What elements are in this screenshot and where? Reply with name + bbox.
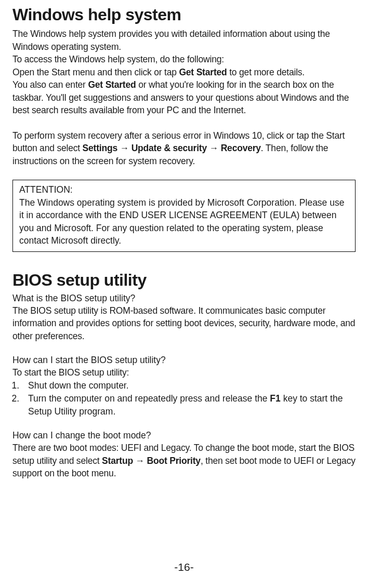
bold-text: Update & security (132, 143, 207, 153)
page-number: -16- (0, 561, 368, 573)
section-heading-bios: BIOS setup utility (12, 271, 356, 290)
attention-body: The Windows operating system is provided… (19, 196, 349, 247)
text: to get more details. (227, 67, 305, 77)
bold-text: Settings (83, 143, 117, 153)
ordered-list-start-bios: Shut down the computer. Turn the compute… (12, 379, 356, 418)
list-item: Turn the computer on and repeatedly pres… (22, 392, 356, 418)
paragraph-intro: The Windows help system provides you wit… (12, 28, 356, 117)
bold-text: Recovery (221, 143, 261, 153)
arrow: → (133, 456, 147, 466)
bold-text: Get Started (179, 67, 227, 77)
bold-text: F1 (270, 393, 280, 404)
paragraph-boot-mode: There are two boot modes: UEFI and Legac… (12, 442, 356, 480)
bold-text: Boot Priority (147, 456, 201, 466)
subheading-boot-mode: How can I change the boot mode? (12, 430, 356, 441)
list-item: Shut down the computer. (22, 379, 356, 392)
text: To access the Windows help system, do th… (12, 54, 224, 64)
arrow: → (207, 143, 221, 153)
paragraph-start-intro: To start the BIOS setup utility: (12, 366, 356, 379)
text: Open the Start menu and then click or ta… (12, 67, 179, 77)
text: Shut down the computer. (28, 380, 129, 391)
text: Turn the computer on and repeatedly pres… (28, 393, 270, 404)
paragraph-recovery: To perform system recovery after a serio… (12, 129, 356, 168)
text: You also can enter (12, 79, 88, 90)
bold-text: Startup (102, 456, 133, 466)
attention-box: ATTENTION: The Windows operating system … (12, 180, 356, 252)
arrow: → (117, 143, 132, 153)
subheading-what-is-bios: What is the BIOS setup utility? (12, 293, 356, 304)
text: The Windows help system provides you wit… (12, 29, 330, 52)
subheading-start-bios: How can I start the BIOS setup utility? (12, 355, 356, 366)
bold-text: Get Started (88, 79, 136, 90)
paragraph-bios-desc: The BIOS setup utility is ROM-based soft… (12, 304, 356, 343)
attention-label: ATTENTION: (19, 183, 349, 196)
section-heading-windows-help: Windows help system (12, 5, 356, 24)
